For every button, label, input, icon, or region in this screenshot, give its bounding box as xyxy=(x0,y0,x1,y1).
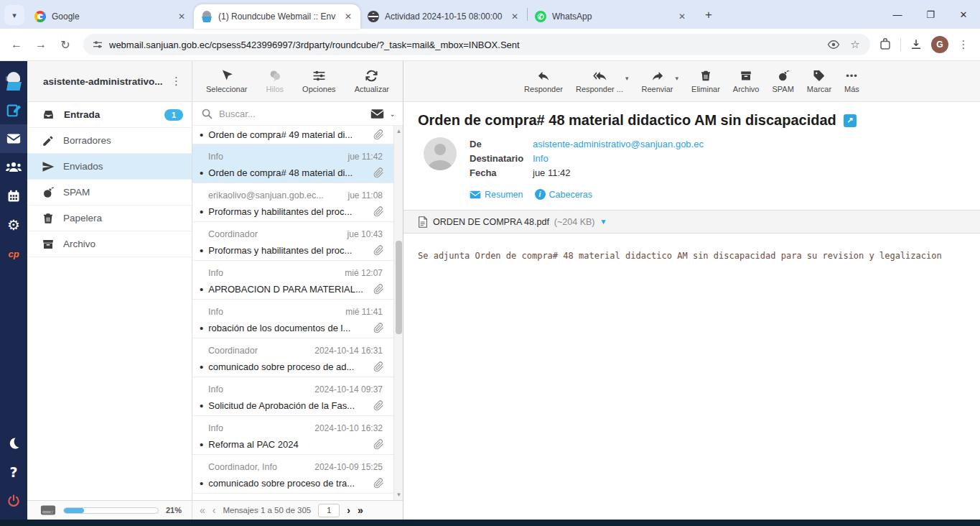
back-button[interactable]: ← xyxy=(6,34,27,55)
profile-avatar[interactable]: G xyxy=(931,36,948,53)
contacts-icon[interactable] xyxy=(0,153,27,182)
tab-google[interactable]: Google ✕ xyxy=(27,4,194,29)
message-list-item[interactable]: Coordinador2024-10-14 16:31 • comunicado… xyxy=(192,338,403,377)
first-page-button[interactable]: « xyxy=(200,504,205,516)
headers-link[interactable]: i Cabeceras xyxy=(535,189,592,200)
reload-button[interactable]: ↻ xyxy=(55,34,76,55)
app-rail: ⚙ cp ? xyxy=(0,61,27,520)
folder-label: Enviados xyxy=(63,161,183,172)
calendar-icon[interactable] xyxy=(0,182,27,211)
refresh-button[interactable]: Actualizar xyxy=(355,69,389,93)
message-list-item[interactable]: • Orden de compra# 49 material di... xyxy=(192,126,403,144)
compose-icon[interactable] xyxy=(0,96,27,124)
dark-mode-moon-icon[interactable] xyxy=(0,429,27,458)
inbox-icon xyxy=(42,108,55,121)
from-address-link[interactable]: asistente-administrativo@sanjuan.gob.ec xyxy=(533,139,704,149)
options-button[interactable]: Opciones xyxy=(302,69,335,93)
message-list-item-selected[interactable]: Infojue 11:42 • Orden de compra# 48 mate… xyxy=(192,144,403,183)
open-in-new-window-icon[interactable]: ↗ xyxy=(844,114,857,127)
last-page-button[interactable]: » xyxy=(358,504,363,516)
account-name: asistente-administrativo... xyxy=(43,76,167,87)
tab-close-icon[interactable]: ✕ xyxy=(342,10,355,23)
message-title-row: Orden de compra# 48 material didactico A… xyxy=(418,112,963,129)
folder-archivo[interactable]: Archivo xyxy=(27,231,192,257)
message-subject: robación de los documentos de l... xyxy=(208,323,368,333)
search-options-caret-icon[interactable]: ⌄ xyxy=(390,110,396,118)
bookmark-star-icon[interactable]: ☆ xyxy=(847,37,863,52)
tab-roundcube[interactable]: (1) Roundcube Webmail :: Envia ✕ xyxy=(194,4,360,29)
tab-close-icon[interactable]: ✕ xyxy=(508,10,521,23)
close-window-button[interactable]: ✕ xyxy=(947,9,980,20)
attachment-name-link[interactable]: ORDEN DE COMPRA 48.pdf xyxy=(433,217,549,227)
scrollbar-thumb[interactable] xyxy=(396,241,402,334)
tab-close-icon[interactable]: ✕ xyxy=(175,10,188,23)
download-icon[interactable] xyxy=(908,37,924,52)
scroll-down-icon[interactable]: ▼ xyxy=(394,492,403,498)
delete-button[interactable]: Eliminar xyxy=(691,69,720,93)
paperclip-icon xyxy=(373,439,384,450)
address-bar: ← → ↻ webmail.sanjuan.gob.ec/cpsess54239… xyxy=(0,29,980,61)
tab-search-button[interactable]: ▾ xyxy=(4,5,24,25)
tab-close-icon[interactable]: ✕ xyxy=(676,10,689,23)
logout-power-icon[interactable] xyxy=(0,486,27,515)
prev-page-button[interactable]: ‹ xyxy=(213,504,216,516)
tab-actividad[interactable]: Actividad 2024-10-15 08:00:00 ✕ xyxy=(360,4,527,29)
message-list-item[interactable]: Infomié 12:07 • APROBACION D PARA MATERI… xyxy=(192,261,403,300)
select-button[interactable]: Seleccionar xyxy=(206,69,247,93)
omnibox[interactable]: webmail.sanjuan.gob.ec/cpsess5423996997/… xyxy=(83,34,870,55)
folder-papelera[interactable]: Papelera xyxy=(27,206,192,231)
message-list-item[interactable]: Coordinadorjue 10:43 • Proformas y habil… xyxy=(192,222,403,261)
scroll-up-icon[interactable]: ▲ xyxy=(394,128,403,134)
forward-button[interactable]: → xyxy=(30,34,52,55)
site-settings-icon[interactable] xyxy=(92,39,103,50)
next-page-button[interactable]: › xyxy=(347,504,350,516)
folder-options-kebab-icon[interactable]: ⋮ xyxy=(167,75,186,88)
threads-button[interactable]: Hilos xyxy=(266,69,284,93)
message-subject: Proformas y habilitantes del proc... xyxy=(208,206,368,217)
reply-button[interactable]: Responder xyxy=(524,69,563,93)
search-scope-envelope-icon[interactable] xyxy=(370,109,384,119)
chevron-down-icon[interactable]: ▾ xyxy=(676,75,679,82)
settings-gear-icon[interactable]: ⚙ xyxy=(0,211,27,239)
folder-spam[interactable]: SPAM xyxy=(27,180,192,206)
eye-icon[interactable] xyxy=(826,37,841,52)
roundcube-logo[interactable] xyxy=(0,67,27,96)
message-list-item[interactable]: Coordinador, Info2024-10-09 15:25 • comu… xyxy=(192,455,403,494)
url-text[interactable]: webmail.sanjuan.gob.ec/cpsess5423996997/… xyxy=(109,40,820,50)
menu-kebab-icon[interactable]: ⋮ xyxy=(956,37,971,52)
message-list-item[interactable]: Info2024-10-14 09:37 • Solicitud de Apro… xyxy=(192,377,403,416)
message-list-item[interactable]: erikaolivo@sanjuan.gob.ec...jue 11:08 • … xyxy=(192,183,403,222)
forward-button[interactable]: Reenviar xyxy=(642,69,673,93)
message-list-item[interactable]: Info2024-10-10 16:32 • Reforma al PAC 20… xyxy=(192,416,403,455)
attachment-menu-caret-icon[interactable]: ▼ xyxy=(600,218,607,226)
new-tab-button[interactable]: + xyxy=(699,5,719,25)
button-label: Actualizar xyxy=(355,85,389,93)
page-number-input[interactable] xyxy=(318,504,340,517)
reply-all-button[interactable]: Responder ... xyxy=(576,69,623,93)
minimize-button[interactable]: — xyxy=(881,9,914,20)
message-list-item[interactable]: Infomié 11:41 • robación de los document… xyxy=(192,300,403,338)
pagination-text: Mensajes 1 a 50 de 305 xyxy=(223,506,311,515)
mail-icon[interactable] xyxy=(0,124,27,153)
to-address-link[interactable]: Info xyxy=(533,153,549,164)
unread-dot: • xyxy=(200,167,203,178)
message-content: Orden de compra# 48 material didactico A… xyxy=(403,102,980,261)
help-icon[interactable]: ? xyxy=(0,458,27,486)
summary-link[interactable]: Resumen xyxy=(470,190,523,200)
folder-entrada[interactable]: Entrada 1 xyxy=(27,102,192,128)
paperclip-icon xyxy=(373,400,384,411)
search-input[interactable] xyxy=(219,109,365,119)
restore-button[interactable]: ❐ xyxy=(914,9,947,20)
cpanel-icon[interactable]: cp xyxy=(0,239,27,268)
list-scrollbar[interactable]: ▲ ▼ xyxy=(393,126,403,500)
folder-borradores[interactable]: Borradores xyxy=(27,128,192,154)
spam-button[interactable]: SPAM xyxy=(773,69,794,93)
tab-strip: ▾ Google ✕ (1) Roundcube Webmail :: Envi… xyxy=(0,0,980,29)
chevron-down-icon[interactable]: ▾ xyxy=(625,75,629,82)
mark-button[interactable]: Marcar xyxy=(807,69,831,93)
tab-whatsapp[interactable]: WhatsApp ✕ xyxy=(528,4,694,29)
more-button[interactable]: ••• Más xyxy=(844,69,859,93)
extensions-icon[interactable] xyxy=(877,37,893,52)
folder-enviados[interactable]: Enviados xyxy=(27,154,192,180)
archive-button[interactable]: Archivo xyxy=(733,69,760,93)
